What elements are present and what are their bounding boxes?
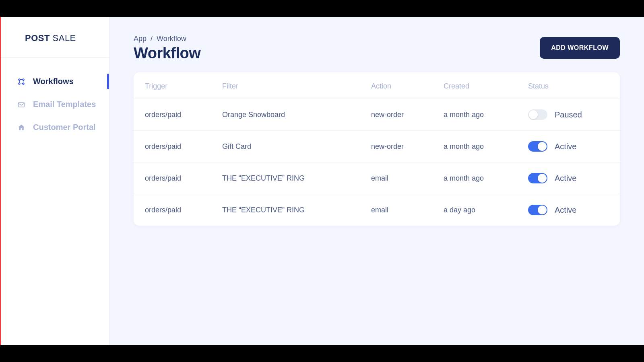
add-workflow-button[interactable]: ADD WORKFLOW	[540, 37, 620, 59]
status-toggle[interactable]	[528, 173, 547, 183]
sidebar-item-label: Email Templates	[33, 100, 96, 109]
breadcrumb-sep: /	[151, 35, 153, 43]
sidebar-item-label: Customer Portal	[33, 123, 96, 132]
cell-action: email	[363, 194, 436, 226]
svg-point-2	[19, 83, 20, 84]
sidebar-item-email-templates[interactable]: Email Templates	[1, 94, 109, 115]
logo-text-light: SALE	[53, 33, 76, 43]
status-label: Paused	[555, 110, 582, 119]
logo-text-bold: POST	[25, 33, 50, 43]
workflow-table-card: Trigger Filter Action Created Status ord…	[134, 72, 620, 226]
breadcrumb-current: Workflow	[157, 35, 186, 43]
breadcrumb-root[interactable]: App	[134, 35, 147, 43]
sidebar-item-workflows[interactable]: Workflows	[1, 71, 109, 92]
status-label: Active	[555, 206, 576, 215]
col-action: Action	[363, 72, 436, 99]
table-header-row: Trigger Filter Action Created Status	[134, 72, 620, 99]
status-label: Active	[555, 142, 576, 151]
sidebar: POST SALE Workflows	[1, 17, 109, 345]
svg-point-0	[19, 79, 20, 80]
status-toggle[interactable]	[528, 109, 547, 120]
cell-action: new-order	[363, 131, 436, 162]
cell-filter: THE “EXECUTIVE” RING	[214, 194, 363, 226]
breadcrumb: App / Workflow	[134, 35, 200, 43]
page-title: Workflow	[134, 45, 200, 62]
status-toggle[interactable]	[528, 205, 547, 215]
cell-status: Active	[520, 162, 620, 194]
cell-created: a month ago	[436, 162, 520, 194]
page-header: App / Workflow Workflow ADD WORKFLOW	[134, 35, 620, 62]
logo: POST SALE	[1, 17, 109, 58]
table-row[interactable]: orders/paidTHE “EXECUTIVE” RINGemaila mo…	[134, 162, 620, 194]
cell-created: a day ago	[436, 194, 520, 226]
cell-action: email	[363, 162, 436, 194]
cell-trigger: orders/paid	[134, 194, 214, 226]
svg-rect-4	[19, 103, 25, 107]
home-icon	[17, 123, 26, 132]
status-label: Active	[555, 174, 576, 183]
sidebar-nav: Workflows Email Templates Customer Po	[1, 58, 109, 138]
cell-created: a month ago	[436, 99, 520, 131]
sidebar-item-label: Workflows	[33, 77, 74, 86]
table-row[interactable]: orders/paidOrange Snowboardnew-ordera mo…	[134, 99, 620, 131]
mail-icon	[17, 100, 26, 109]
cell-trigger: orders/paid	[134, 131, 214, 162]
cell-trigger: orders/paid	[134, 162, 214, 194]
col-created: Created	[436, 72, 520, 99]
table-row[interactable]: orders/paidTHE “EXECUTIVE” RINGemaila da…	[134, 194, 620, 226]
col-status: Status	[520, 72, 620, 99]
workflow-table: Trigger Filter Action Created Status ord…	[134, 72, 620, 226]
cell-action: new-order	[363, 99, 436, 131]
cell-status: Active	[520, 194, 620, 226]
svg-point-1	[23, 79, 24, 80]
status-toggle[interactable]	[528, 141, 547, 152]
col-trigger: Trigger	[134, 72, 214, 99]
main-content: App / Workflow Workflow ADD WORKFLOW Tri…	[109, 17, 644, 345]
cell-filter: THE “EXECUTIVE” RING	[214, 162, 363, 194]
cell-trigger: orders/paid	[134, 99, 214, 131]
cell-status: Paused	[520, 99, 620, 131]
workflow-icon	[17, 77, 26, 86]
col-filter: Filter	[214, 72, 363, 99]
cell-filter: Gift Card	[214, 131, 363, 162]
cell-created: a month ago	[436, 131, 520, 162]
cell-status: Active	[520, 131, 620, 162]
cell-filter: Orange Snowboard	[214, 99, 363, 131]
table-row[interactable]: orders/paidGift Cardnew-ordera month ago…	[134, 131, 620, 162]
sidebar-item-customer-portal[interactable]: Customer Portal	[1, 117, 109, 138]
